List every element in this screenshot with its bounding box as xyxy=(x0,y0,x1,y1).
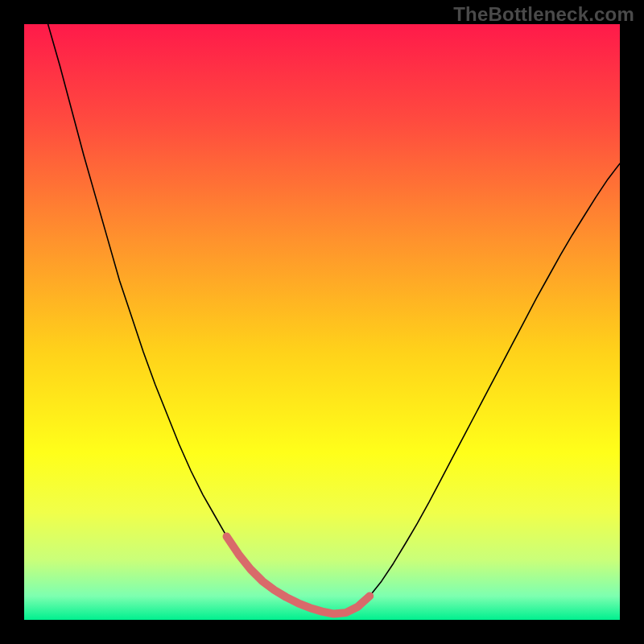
gradient-background xyxy=(24,24,620,620)
chart-frame: TheBottleneck.com xyxy=(0,0,644,644)
watermark-text: TheBottleneck.com xyxy=(453,3,634,26)
plot-area xyxy=(24,24,620,620)
chart-svg xyxy=(24,24,620,620)
